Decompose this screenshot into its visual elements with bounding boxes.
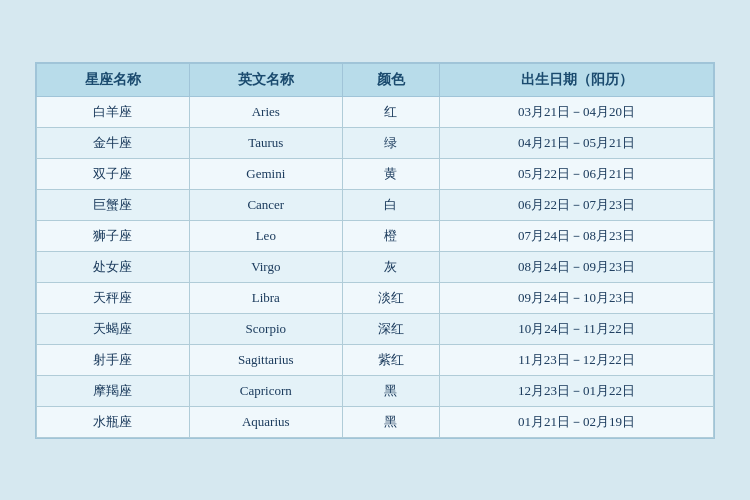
- table-cell-10-1: Aquarius: [189, 406, 342, 437]
- table-cell-3-0: 巨蟹座: [37, 189, 190, 220]
- table-row: 双子座Gemini黄05月22日－06月21日: [37, 158, 714, 189]
- table-cell-9-0: 摩羯座: [37, 375, 190, 406]
- table-header-row: 星座名称英文名称颜色出生日期（阳历）: [37, 63, 714, 96]
- table-cell-5-1: Virgo: [189, 251, 342, 282]
- table-cell-4-2: 橙: [342, 220, 439, 251]
- table-cell-8-3: 11月23日－12月22日: [440, 344, 714, 375]
- column-header-1: 英文名称: [189, 63, 342, 96]
- table-row: 白羊座Aries红03月21日－04月20日: [37, 96, 714, 127]
- table-row: 射手座Sagittarius紫红11月23日－12月22日: [37, 344, 714, 375]
- table-cell-1-2: 绿: [342, 127, 439, 158]
- table-row: 水瓶座Aquarius黑01月21日－02月19日: [37, 406, 714, 437]
- table-cell-6-2: 淡红: [342, 282, 439, 313]
- table-cell-0-0: 白羊座: [37, 96, 190, 127]
- table-cell-3-1: Cancer: [189, 189, 342, 220]
- table-cell-2-0: 双子座: [37, 158, 190, 189]
- table-cell-7-0: 天蝎座: [37, 313, 190, 344]
- table-cell-0-1: Aries: [189, 96, 342, 127]
- table-cell-5-3: 08月24日－09月23日: [440, 251, 714, 282]
- table-cell-4-0: 狮子座: [37, 220, 190, 251]
- column-header-2: 颜色: [342, 63, 439, 96]
- table-cell-7-1: Scorpio: [189, 313, 342, 344]
- column-header-3: 出生日期（阳历）: [440, 63, 714, 96]
- table-cell-2-2: 黄: [342, 158, 439, 189]
- table-cell-6-3: 09月24日－10月23日: [440, 282, 714, 313]
- table-row: 天秤座Libra淡红09月24日－10月23日: [37, 282, 714, 313]
- table-cell-1-1: Taurus: [189, 127, 342, 158]
- table-cell-5-2: 灰: [342, 251, 439, 282]
- table-cell-2-1: Gemini: [189, 158, 342, 189]
- table-cell-6-0: 天秤座: [37, 282, 190, 313]
- table-cell-1-3: 04月21日－05月21日: [440, 127, 714, 158]
- table-cell-1-0: 金牛座: [37, 127, 190, 158]
- table-cell-9-1: Capricorn: [189, 375, 342, 406]
- table-cell-9-2: 黑: [342, 375, 439, 406]
- table-cell-4-3: 07月24日－08月23日: [440, 220, 714, 251]
- table-row: 处女座Virgo灰08月24日－09月23日: [37, 251, 714, 282]
- table-body: 白羊座Aries红03月21日－04月20日金牛座Taurus绿04月21日－0…: [37, 96, 714, 437]
- table-row: 摩羯座Capricorn黑12月23日－01月22日: [37, 375, 714, 406]
- table-cell-9-3: 12月23日－01月22日: [440, 375, 714, 406]
- table-cell-5-0: 处女座: [37, 251, 190, 282]
- table-cell-3-2: 白: [342, 189, 439, 220]
- table-row: 金牛座Taurus绿04月21日－05月21日: [37, 127, 714, 158]
- table-cell-2-3: 05月22日－06月21日: [440, 158, 714, 189]
- table-cell-10-2: 黑: [342, 406, 439, 437]
- column-header-0: 星座名称: [37, 63, 190, 96]
- table-cell-10-3: 01月21日－02月19日: [440, 406, 714, 437]
- table-row: 狮子座Leo橙07月24日－08月23日: [37, 220, 714, 251]
- table-cell-8-2: 紫红: [342, 344, 439, 375]
- table-cell-3-3: 06月22日－07月23日: [440, 189, 714, 220]
- zodiac-table: 星座名称英文名称颜色出生日期（阳历） 白羊座Aries红03月21日－04月20…: [36, 63, 714, 438]
- table-cell-8-0: 射手座: [37, 344, 190, 375]
- table-row: 天蝎座Scorpio深红10月24日－11月22日: [37, 313, 714, 344]
- table-cell-7-2: 深红: [342, 313, 439, 344]
- table-cell-0-2: 红: [342, 96, 439, 127]
- zodiac-table-wrapper: 星座名称英文名称颜色出生日期（阳历） 白羊座Aries红03月21日－04月20…: [35, 62, 715, 439]
- table-cell-7-3: 10月24日－11月22日: [440, 313, 714, 344]
- table-cell-10-0: 水瓶座: [37, 406, 190, 437]
- table-cell-6-1: Libra: [189, 282, 342, 313]
- table-row: 巨蟹座Cancer白06月22日－07月23日: [37, 189, 714, 220]
- table-cell-4-1: Leo: [189, 220, 342, 251]
- table-cell-0-3: 03月21日－04月20日: [440, 96, 714, 127]
- table-cell-8-1: Sagittarius: [189, 344, 342, 375]
